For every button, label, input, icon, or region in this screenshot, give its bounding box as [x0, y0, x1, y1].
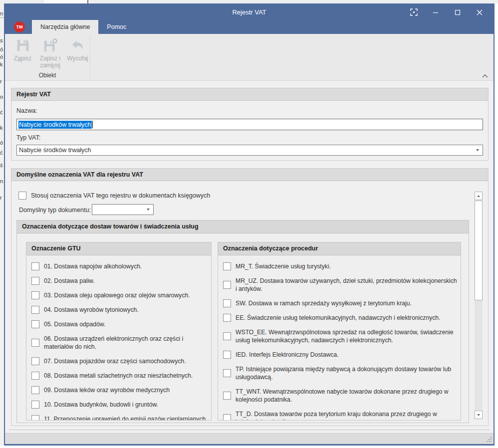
ribbon-button-label: Wycofaj [64, 55, 91, 62]
item-label: 04. Dostawa wyrobów tytoniowych. [44, 306, 139, 314]
doc-type-label: Domyślny typ dokumentu: [19, 207, 91, 214]
item-checkbox[interactable] [31, 401, 39, 409]
save-icon [9, 38, 36, 53]
title-bar[interactable]: Rejestr VAT [5, 4, 494, 20]
item-label: SW. Dostawa w ramach sprzedaży wysyłkowe… [236, 299, 412, 307]
tab-active[interactable]: Narzędzia główne [32, 20, 98, 34]
ribbon: ZapiszZapisz i zamknijWycofaj Obiekt [5, 34, 494, 81]
doc-type-select[interactable] [92, 204, 154, 215]
ribbon-button-label: Zapisz i zamknij [36, 55, 64, 69]
checkbox-item: 08. Dostawa metali szlachetnych oraz nie… [31, 372, 208, 380]
app-logo[interactable]: TM [14, 21, 25, 32]
scrollbar-up-button[interactable] [475, 192, 483, 200]
item-label: MR_T. Świadczenie usług turystyki. [236, 262, 331, 270]
item-checkbox[interactable] [31, 357, 39, 365]
minimize-button[interactable] [425, 4, 447, 20]
background-text-fragment: k [0, 125, 4, 131]
checkbox-item: TT_D. Dostawa towarów poza terytorium kr… [223, 410, 458, 421]
item-label: WSTO_EE. Wewnątrzwspólnotowa sprzedaż na… [236, 328, 458, 344]
item-checkbox[interactable] [223, 262, 231, 270]
focus-mode-button[interactable] [403, 4, 425, 20]
item-label: 10. Dostawa budynków, budowli i gruntów. [44, 401, 158, 409]
apply-marks-checkbox[interactable] [18, 192, 26, 200]
ribbon-buttons: ZapiszZapisz i zamknijWycofaj [9, 35, 91, 77]
checkbox-item: MR_T. Świadczenie usług turystyki. [223, 262, 458, 270]
status-bar [5, 433, 494, 444]
triangle-down-icon [477, 414, 480, 416]
app-window: Rejestr VAT [4, 3, 495, 446]
item-checkbox[interactable] [223, 392, 231, 400]
vat-type-value: Nabycie środków trwałych [19, 147, 91, 154]
background-text-fragment: s [0, 37, 4, 43]
checkbox-item: SW. Dostawa w ramach sprzedaży wysyłkowe… [223, 299, 458, 307]
item-checkbox[interactable] [223, 414, 231, 421]
item-label: 11. Przenoszenie uprawnień do emisji gaz… [44, 415, 206, 421]
item-checkbox[interactable] [31, 291, 39, 299]
name-label: Nazwa: [16, 107, 37, 114]
background-window-sliver: nsóókroćkóćśnr [0, 3, 4, 446]
item-checkbox[interactable] [31, 306, 39, 314]
apply-marks-row: Stosuj oznaczenia VAT tego rejestru w do… [18, 192, 210, 200]
item-checkbox[interactable] [223, 351, 231, 359]
item-label: 06. Dostawa urządzeń elektronicznych ora… [44, 335, 208, 351]
checkbox-item: 02. Dostawa paliw. [31, 277, 208, 285]
maximize-button[interactable] [447, 4, 469, 20]
item-checkbox[interactable] [31, 372, 39, 380]
item-checkbox[interactable] [223, 332, 231, 340]
background-text-fragment: k [0, 61, 4, 67]
item-label: 07. Dostawa pojazdów oraz części samocho… [44, 357, 186, 365]
selected-text: Nabycie środków trwałych [18, 121, 92, 129]
close-icon [476, 9, 483, 16]
window-controls [403, 4, 491, 20]
item-label: MR_UZ. Dostawa towarów używanych, dzieł … [236, 277, 458, 293]
item-label: TT_D. Dostawa towarów poza terytorium kr… [236, 410, 458, 421]
checkbox-item: 09. Dostawa leków oraz wyrobów medycznyc… [31, 386, 208, 394]
gtu-list: 01. Dostawa napojów alkoholowych.02. Dos… [26, 255, 211, 421]
vat-type-select[interactable]: Nabycie środków trwałych [16, 145, 483, 156]
zapisz-i-zamknij-button[interactable]: Zapisz i zamknij [36, 35, 64, 77]
item-checkbox[interactable] [223, 299, 231, 307]
background-window-top [0, 0, 498, 3]
item-checkbox[interactable] [223, 314, 231, 322]
scrollbar-down-button[interactable] [475, 411, 483, 419]
item-label: 08. Dostawa metali szlachetnych oraz nie… [44, 372, 193, 380]
item-checkbox[interactable] [223, 281, 231, 289]
item-label: TP. Istniejące powiązania między nabywcą… [236, 365, 458, 381]
checkbox-item: EE. Świadczenie usług telekomunikacyjnyc… [223, 314, 458, 322]
checkbox-item: 04. Dostawa wyrobów tytoniowych. [31, 306, 208, 314]
item-label: 05. Dostawa odpadów. [44, 320, 105, 328]
maximize-icon [455, 9, 461, 15]
wycofaj-button[interactable]: Wycofaj [64, 35, 91, 77]
collapse-ribbon-button[interactable] [482, 71, 489, 76]
chevron-up-icon [482, 73, 489, 78]
resize-grip[interactable] [486, 436, 492, 443]
item-checkbox[interactable] [31, 262, 39, 270]
ribbon-group-label: Obiekt [5, 72, 90, 79]
background-text-fragment: ć [0, 150, 4, 156]
checkbox-item: TT_WNT. Wewnątrzwspólnotowe nabycie towa… [223, 388, 458, 404]
item-checkbox[interactable] [223, 369, 231, 377]
checkbox-item: 05. Dostawa odpadów. [31, 320, 208, 328]
section-title: Domyślne oznaczenia VAT dla rejestru VAT [11, 169, 488, 181]
item-checkbox[interactable] [31, 386, 39, 394]
item-checkbox[interactable] [31, 415, 39, 421]
close-button[interactable] [469, 4, 491, 20]
focus-icon [410, 8, 418, 16]
name-input[interactable]: Nabycie środków trwałych [16, 119, 483, 130]
checkbox-item: 10. Dostawa budynków, budowli i gruntów. [31, 401, 208, 409]
tab-inactive[interactable]: Pomoc [98, 20, 135, 34]
item-checkbox[interactable] [31, 277, 39, 285]
section-rejestr-vat: Rejestr VAT Nazwa: Nabycie środków trwał… [11, 88, 489, 161]
background-text-fragment: ś [0, 162, 4, 168]
item-checkbox[interactable] [31, 320, 39, 328]
background-text-fragment: o [0, 94, 4, 100]
chevron-down-icon [476, 149, 479, 151]
checkbox-item: 06. Dostawa urządzeń elektronicznych ora… [31, 335, 208, 351]
item-label: 09. Dostawa leków oraz wyrobów medycznyc… [44, 386, 170, 394]
checkbox-item: TP. Istniejące powiązania między nabywcą… [223, 365, 458, 381]
triangle-up-icon [477, 195, 480, 197]
vertical-scrollbar[interactable] [475, 192, 483, 419]
zapisz-button[interactable]: Zapisz [9, 35, 36, 77]
item-checkbox[interactable] [31, 339, 39, 347]
scrollbar-thumb[interactable] [475, 201, 483, 300]
